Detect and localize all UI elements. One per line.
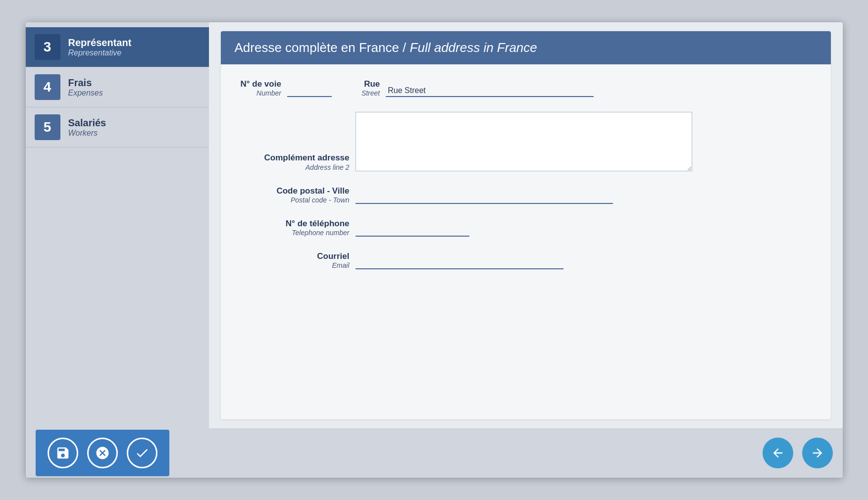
row-phone: N° de téléphone Telephone number (241, 219, 811, 237)
app-window: 3 Représentant Representative 4 Frais Ex… (26, 22, 843, 478)
field-number: N° de voie Number (241, 79, 332, 97)
cancel-icon (95, 446, 110, 460)
sidebar-number-5: 5 (35, 114, 60, 140)
left-action-buttons (36, 430, 169, 476)
row-number-street: N° de voie Number Rue Street (241, 79, 811, 97)
sidebar-number-4: 4 (35, 74, 60, 100)
save-button[interactable] (48, 438, 78, 468)
street-input[interactable] (386, 85, 594, 97)
field-postal: Code postal - Ville Postal code - Town (241, 186, 613, 204)
next-button[interactable] (802, 438, 833, 468)
row-postal: Code postal - Ville Postal code - Town (241, 186, 811, 204)
sidebar-label-salaries: Salariés Workers (68, 117, 106, 138)
sidebar-label-representant: Représentant Representative (68, 37, 132, 57)
row-email: Courriel Email (241, 251, 811, 269)
sidebar-item-frais[interactable]: 4 Frais Expenses (26, 67, 209, 107)
check-icon (135, 446, 150, 460)
email-label: Courriel Email (241, 251, 350, 269)
address2-label: Complément adresse Address line 2 (241, 152, 350, 171)
field-address2: Complément adresse Address line 2 (241, 112, 692, 171)
phone-input[interactable] (356, 225, 469, 237)
sidebar-number-3: 3 (35, 34, 60, 60)
right-nav-buttons (763, 438, 833, 468)
cancel-button[interactable] (87, 438, 118, 468)
field-phone: N° de téléphone Telephone number (241, 219, 469, 237)
form-body: N° de voie Number Rue Street (221, 64, 831, 284)
confirm-button[interactable] (127, 438, 157, 468)
form-title: Adresse complète en France / Full addres… (235, 40, 537, 55)
sidebar: 3 Représentant Representative 4 Frais Ex… (26, 22, 209, 428)
number-label: N° de voie Number (241, 79, 281, 97)
form-card: Adresse complète en France / Full addres… (221, 31, 831, 419)
arrow-right-icon (811, 446, 824, 460)
main-content: 3 Représentant Representative 4 Frais Ex… (26, 22, 843, 428)
postal-input[interactable] (356, 192, 613, 204)
number-input[interactable] (287, 85, 332, 97)
prev-button[interactable] (763, 438, 793, 468)
sidebar-item-representant[interactable]: 3 Représentant Representative (26, 27, 209, 67)
sidebar-item-salaries[interactable]: 5 Salariés Workers (26, 107, 209, 148)
save-icon (55, 446, 70, 460)
form-header: Adresse complète en France / Full addres… (221, 31, 831, 64)
street-label: Rue Street (361, 79, 380, 97)
bottom-bar (26, 428, 843, 478)
phone-label: N° de téléphone Telephone number (241, 219, 350, 237)
field-street: Rue Street (361, 79, 594, 97)
email-input[interactable] (356, 257, 563, 269)
field-email: Courriel Email (241, 251, 563, 269)
postal-label: Code postal - Ville Postal code - Town (241, 186, 350, 204)
address2-input[interactable] (356, 112, 692, 171)
content-area: Adresse complète en France / Full addres… (209, 22, 843, 428)
arrow-left-icon (771, 446, 785, 460)
row-address2: Complément adresse Address line 2 (241, 112, 811, 171)
sidebar-label-frais: Frais Expenses (68, 77, 103, 98)
